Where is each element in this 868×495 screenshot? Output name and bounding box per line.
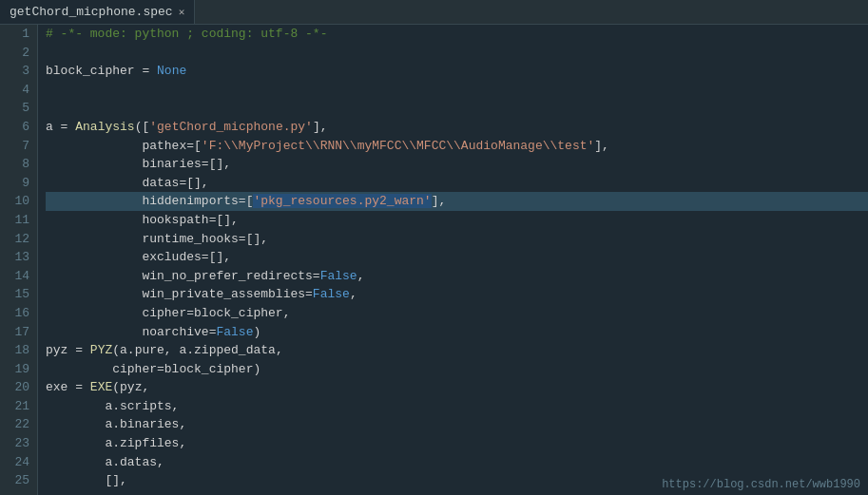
line-num-20: 20 bbox=[8, 378, 29, 397]
watermark: https://blog.csdn.net/wwb1990 bbox=[662, 478, 860, 491]
line-num-10: 10 bbox=[8, 192, 29, 211]
code-line-21: a.scripts, bbox=[46, 397, 868, 416]
code-line-8: binaries=[], bbox=[46, 155, 868, 174]
line-num-17: 17 bbox=[8, 323, 29, 342]
tab-label: getChord_micphone.spec bbox=[10, 5, 173, 19]
tab-close-icon[interactable]: ✕ bbox=[179, 6, 185, 18]
line-num-16: 16 bbox=[8, 304, 29, 323]
line-num-25: 25 bbox=[8, 471, 29, 490]
line-num-5: 5 bbox=[8, 99, 29, 118]
line-num-3: 3 bbox=[8, 62, 29, 81]
line-num-6: 6 bbox=[8, 118, 29, 137]
code-line-24: a.datas, bbox=[46, 453, 868, 472]
code-line-11: hookspath=[], bbox=[46, 211, 868, 230]
code-line-6: a = Analysis(['getChord_micphone.py'], bbox=[46, 118, 868, 137]
line-num-11: 11 bbox=[8, 211, 29, 230]
code-content[interactable]: # -*- mode: python ; coding: utf-8 -*- b… bbox=[38, 25, 868, 495]
line-num-14: 14 bbox=[8, 267, 29, 286]
code-line-1: # -*- mode: python ; coding: utf-8 -*- bbox=[46, 25, 868, 44]
code-line-5 bbox=[46, 99, 868, 118]
code-line-3: block_cipher = None bbox=[46, 62, 868, 81]
code-line-4 bbox=[46, 81, 868, 100]
line-num-21: 21 bbox=[8, 397, 29, 416]
code-line-15: win_private_assemblies=False, bbox=[46, 285, 868, 304]
editor-area: 1 2 3 4 5 6 7 8 9 10 11 12 13 14 15 16 1… bbox=[0, 25, 868, 495]
line-num-7: 7 bbox=[8, 137, 29, 156]
line-num-23: 23 bbox=[8, 434, 29, 453]
code-line-9: datas=[], bbox=[46, 174, 868, 193]
tab-bar: getChord_micphone.spec ✕ bbox=[0, 0, 868, 25]
line-num-24: 24 bbox=[8, 453, 29, 472]
code-line-10: hiddenimports=['pkg_resources.py2_warn']… bbox=[46, 192, 868, 211]
code-line-23: a.zipfiles, bbox=[46, 434, 868, 453]
code-line-7: pathex=['F:\\MyProject\\RNN\\myMFCC\\MFC… bbox=[46, 137, 868, 156]
code-line-19: cipher=block_cipher) bbox=[46, 360, 868, 379]
code-line-2 bbox=[46, 44, 868, 63]
line-num-1: 1 bbox=[8, 25, 29, 44]
code-line-13: excludes=[], bbox=[46, 248, 868, 267]
line-num-2: 2 bbox=[8, 44, 29, 63]
code-line-18: pyz = PYZ(a.pure, a.zipped_data, bbox=[46, 341, 868, 360]
editor-tab[interactable]: getChord_micphone.spec ✕ bbox=[0, 0, 195, 24]
code-line-14: win_no_prefer_redirects=False, bbox=[46, 267, 868, 286]
code-line-17: noarchive=False) bbox=[46, 323, 868, 342]
line-num-4: 4 bbox=[8, 81, 29, 100]
code-line-12: runtime_hooks=[], bbox=[46, 230, 868, 249]
line-num-22: 22 bbox=[8, 415, 29, 434]
code-line-16: cipher=block_cipher, bbox=[46, 304, 868, 323]
line-num-13: 13 bbox=[8, 248, 29, 267]
line-num-15: 15 bbox=[8, 285, 29, 304]
code-line-20: exe = EXE(pyz, bbox=[46, 378, 868, 397]
line-num-8: 8 bbox=[8, 155, 29, 174]
line-num-12: 12 bbox=[8, 230, 29, 249]
code-line-22: a.binaries, bbox=[46, 415, 868, 434]
line-num-19: 19 bbox=[8, 360, 29, 379]
line-numbers: 1 2 3 4 5 6 7 8 9 10 11 12 13 14 15 16 1… bbox=[0, 25, 38, 495]
line-num-18: 18 bbox=[8, 341, 29, 360]
line-num-9: 9 bbox=[8, 174, 29, 193]
